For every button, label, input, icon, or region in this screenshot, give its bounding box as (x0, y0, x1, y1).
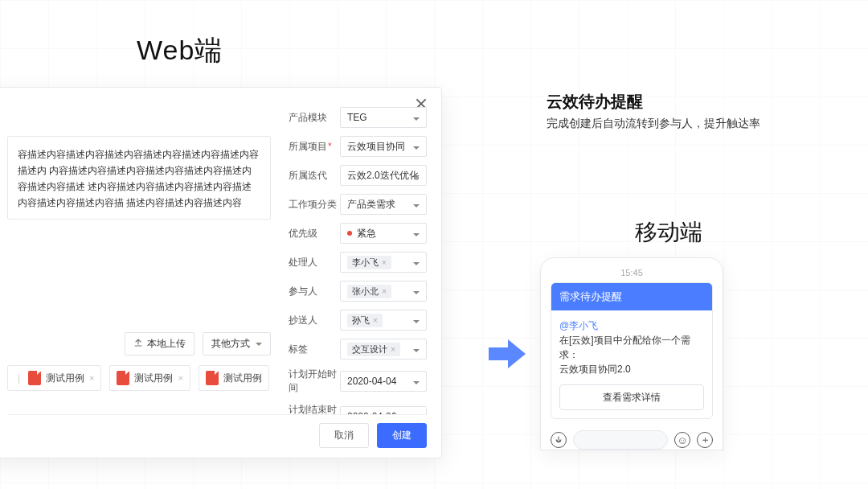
field-label-end: 计划结束时间 (289, 403, 340, 414)
mobile-title: 移动端 (635, 217, 702, 248)
tags-select[interactable]: 交互设计× (340, 339, 427, 360)
attachment-chip[interactable]: 测试用例 (199, 365, 269, 391)
chevron-down-icon (411, 228, 420, 239)
field-label-participants: 参与人 (289, 285, 340, 298)
description-textarea[interactable]: 容描述内容描述内容描述内容描述内容描述内容描述内容描述内 内容描述内容描述内容描… (7, 136, 271, 220)
priority-dot-icon (347, 231, 352, 236)
attachments-row: ｜ 测试用例 × 测试用例 × 测试用例 (7, 365, 271, 391)
attachment-chip[interactable]: ｜ 测试用例 × (7, 365, 101, 391)
project-select[interactable]: 云效项目协同 (340, 136, 427, 157)
close-icon[interactable]: × (373, 316, 378, 325)
field-label-start: 计划开始时间 (289, 368, 340, 395)
close-icon[interactable]: × (382, 287, 387, 296)
field-label-iteration: 所属迭代 (289, 169, 340, 183)
notification-card[interactable]: 需求待办提醒 @李小飞 在[云效]项目中分配给你一个需求： 云效项目协同2.0 … (551, 282, 713, 419)
participants-select[interactable]: 张小北× (340, 281, 427, 302)
chevron-down-icon (411, 376, 420, 387)
create-button[interactable]: 创建 (377, 423, 427, 448)
participant-chip[interactable]: 张小北× (347, 285, 391, 298)
chevron-down-icon (411, 257, 420, 268)
dialog-footer: 取消 创建 (7, 414, 427, 448)
dialog-left-column: 容描述内容描述内容描述内容描述内容描述内容描述内容描述内 内容描述内容描述内容描… (7, 101, 271, 414)
upload-other-label: 其他方式 (211, 337, 250, 351)
pdf-icon (117, 371, 129, 385)
card-line-2: 云效项目协同2.0 (559, 362, 704, 376)
assignee-chip[interactable]: 李小飞× (347, 256, 391, 269)
web-title: Web端 (137, 32, 223, 69)
chevron-down-icon (411, 141, 420, 152)
field-label-project: 所属项目* (289, 140, 340, 154)
pdf-icon (206, 371, 219, 385)
product-module-select[interactable]: TEG (340, 107, 427, 128)
chevron-down-icon (411, 199, 420, 210)
todo-heading: 云效待办提醒 (547, 91, 643, 113)
start-date-input[interactable]: 2020-04-04 (340, 371, 427, 392)
priority-value: 紧急 (357, 227, 376, 240)
start-date-value: 2020-04-04 (347, 376, 396, 387)
message-time: 15:45 (551, 268, 713, 277)
upload-other-button[interactable]: 其他方式 (203, 332, 271, 355)
cancel-button[interactable]: 取消 (319, 423, 369, 448)
product-module-value: TEG (347, 112, 367, 123)
message-input[interactable] (573, 430, 668, 450)
field-label-product-module: 产品模块 (289, 111, 340, 125)
chevron-down-icon (411, 411, 420, 414)
view-detail-button[interactable]: 查看需求详情 (559, 384, 704, 410)
emoji-icon[interactable]: ☺ (674, 432, 690, 448)
upload-icon (133, 338, 143, 350)
todo-subtext: 完成创建后自动流转到参与人，提升触达率 (547, 117, 760, 131)
attachment-left-handle: ｜ (14, 372, 23, 384)
attachment-chip[interactable]: 测试用例 × (109, 365, 190, 391)
chevron-down-icon (411, 343, 420, 355)
project-value: 云效项目协同 (347, 140, 405, 154)
tag-chip[interactable]: 交互设计× (347, 343, 400, 356)
card-title: 需求待办提醒 (551, 283, 712, 310)
cc-chip[interactable]: 孙飞× (347, 314, 383, 327)
field-label-tags: 标签 (289, 343, 340, 356)
field-label-category: 工作项分类 (289, 198, 340, 212)
chevron-down-icon (256, 343, 262, 346)
end-date-input[interactable]: 2020-04-06 (340, 406, 427, 414)
iteration-select[interactable]: 云效2.0迭代优化 (340, 165, 427, 186)
create-dialog: 容描述内容描述内容描述内容描述内容描述内容描述内容描述内 内容描述内容描述内容描… (0, 87, 442, 458)
cc-select[interactable]: 孙飞× (340, 310, 427, 331)
close-icon[interactable]: × (382, 258, 387, 267)
chevron-down-icon (411, 286, 420, 297)
close-icon[interactable]: × (391, 345, 395, 354)
chevron-down-icon (411, 170, 420, 181)
assignee-select[interactable]: 李小飞× (340, 252, 427, 273)
chevron-down-icon (411, 112, 420, 123)
pdf-icon (28, 371, 41, 385)
voice-icon[interactable] (551, 432, 567, 448)
plus-icon[interactable]: ＋ (697, 432, 713, 448)
attachment-label: 测试用例 (223, 372, 262, 385)
upload-local-label: 本地上传 (147, 337, 186, 351)
iteration-value: 云效2.0迭代优化 (347, 169, 419, 183)
field-label-priority: 优先级 (289, 227, 340, 240)
chevron-down-icon (411, 314, 420, 326)
field-label-cc: 抄送人 (289, 314, 340, 327)
category-value: 产品类需求 (347, 198, 395, 212)
close-icon[interactable]: × (89, 373, 94, 383)
dialog-right-column: 产品模块 TEG 所属项目* 云效项目协同 所属迭代 云效2.0迭代优化 (289, 101, 427, 414)
arrow-right-icon (487, 336, 527, 375)
category-select[interactable]: 产品类需求 (340, 194, 427, 215)
close-icon[interactable]: × (178, 373, 182, 383)
mobile-preview: 15:45 需求待办提醒 @李小飞 在[云效]项目中分配给你一个需求： 云效项目… (540, 257, 723, 450)
upload-local-button[interactable]: 本地上传 (125, 332, 194, 355)
attachment-label: 测试用例 (46, 372, 84, 385)
attachment-label: 测试用例 (134, 372, 173, 385)
mention-user[interactable]: @李小飞 (559, 318, 704, 333)
end-date-value: 2020-04-06 (347, 411, 396, 414)
field-label-assignee: 处理人 (289, 256, 340, 269)
card-line-1: 在[云效]项目中分配给你一个需求： (559, 333, 704, 362)
priority-select[interactable]: 紧急 (340, 223, 427, 244)
